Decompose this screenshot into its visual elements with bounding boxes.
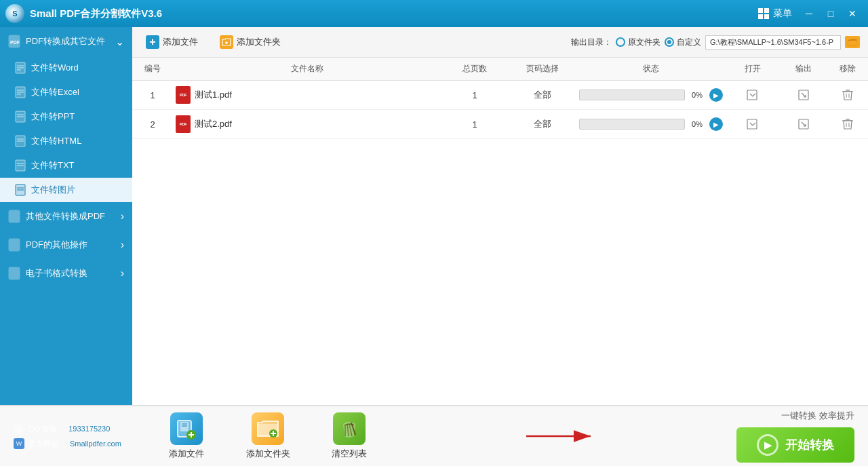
sidebar-label-pdf-to-other: PDF转换成其它文件 [26, 35, 105, 47]
cell-pages-1: 1 [441, 89, 509, 102]
start-label: 开始转换 [785, 437, 834, 453]
cell-status-1: 0% ▶ [576, 87, 726, 103]
cell-number-1: 1 [132, 89, 173, 102]
add-folder-label: 添加文件夹 [237, 36, 281, 48]
svg-rect-22 [9, 210, 20, 222]
arrow-icon [523, 423, 604, 450]
menu-button[interactable]: 菜单 [751, 5, 799, 22]
efficiency-text: 一键转换 效率提升 [781, 410, 854, 422]
progress-bar-1 [579, 90, 685, 100]
sidebar-section-pdf-to-other[interactable]: PDF PDF转换成其它文件 ⌄ [0, 27, 132, 56]
svg-rect-27 [747, 90, 757, 100]
table-header: 编号 文件名称 总页数 页码选择 状态 打开 输出 移除 [132, 58, 868, 81]
start-convert-button[interactable]: ▶ 开始转换 [736, 427, 854, 463]
col-page-select: 页码选择 [509, 62, 576, 76]
svg-rect-40 [180, 422, 189, 431]
svg-line-29 [802, 93, 806, 97]
sidebar-label-pdf-ops: PDF的其他操作 [26, 239, 87, 251]
cell-output-1 [780, 86, 827, 104]
add-folder-button[interactable]: 添加文件夹 [214, 33, 286, 52]
folder-plus-icon [222, 38, 231, 46]
progress-text-1: 0% [688, 91, 707, 99]
menu-label: 菜单 [773, 7, 792, 20]
maximize-button[interactable]: □ [821, 5, 841, 22]
add-file-button[interactable]: + 添加文件 [140, 33, 203, 52]
cell-filename-1: PDF 测试1.pdf [173, 85, 441, 105]
sidebar-item-to-html[interactable]: 文件转HTML [0, 129, 132, 153]
sidebar-section-ebook[interactable]: 电子书格式转换 › [0, 259, 132, 288]
open-file-icon-2[interactable] [745, 117, 760, 132]
sidebar-label-ebook: 电子书格式转换 [26, 267, 87, 279]
html-doc-icon [15, 135, 26, 147]
bottom-add-file-button[interactable]: 添加文件 [146, 407, 227, 465]
cell-filename-2: PDF 测试2.pdf [173, 114, 441, 134]
add-file-icon: + [146, 35, 159, 49]
cell-remove-1 [827, 86, 868, 104]
pdf-file-icon-1: PDF [176, 86, 191, 104]
output-label: 输出目录： [571, 37, 612, 48]
radio-custom[interactable] [665, 37, 674, 47]
cell-open-1 [726, 86, 780, 104]
bottom-right: 一键转换 效率提升 ▶ 开始转换 [736, 410, 854, 463]
qq-number[interactable]: 1933175230 [68, 425, 110, 433]
ebook-icon [8, 267, 20, 280]
svg-rect-33 [747, 119, 757, 129]
sidebar-item-to-image[interactable]: 文件转图片 [0, 178, 132, 202]
bottom-clear-label: 清空列表 [332, 448, 367, 460]
txt-doc-icon [15, 159, 26, 172]
menu-grid-icon [758, 8, 769, 19]
filename-text-1: 测试1.pdf [195, 89, 232, 101]
chevron-right-icon-1: › [121, 210, 124, 222]
cell-number-2: 2 [132, 118, 173, 131]
qq-icon: Q [14, 423, 24, 434]
pdf-icon: PDF [8, 35, 20, 48]
sidebar-label-to-image: 文件转图片 [31, 184, 75, 196]
table-row: 1 PDF 测试1.pdf 1 全部 0% [132, 81, 868, 110]
sidebar-section-pdf-ops[interactable]: PDF的其他操作 › [0, 231, 132, 259]
cell-pages-2: 1 [441, 118, 509, 131]
play-button-2[interactable]: ▶ [709, 117, 723, 131]
col-filename: 文件名称 [173, 62, 441, 76]
main-layout: PDF PDF转换成其它文件 ⌄ 文件转Word [0, 27, 868, 405]
svg-text:PDF: PDF [10, 40, 20, 45]
ppt-doc-icon [15, 111, 26, 123]
sidebar-label-other-to-pdf: 其他文件转换成PDF [26, 210, 105, 222]
browse-folder-icon[interactable] [845, 36, 860, 48]
website-label: 官方网址： [28, 439, 66, 449]
bottom-clear-list-button[interactable]: 清空列表 [309, 407, 390, 465]
col-output: 输出 [780, 62, 827, 76]
start-play-circle-icon: ▶ [757, 434, 778, 456]
bottom-bar: Q QQ 客服： 1933175230 W 官方网址： Smallpdfer.c… [0, 405, 868, 466]
sidebar-label-to-html: 文件转HTML [31, 135, 81, 147]
play-button-1[interactable]: ▶ [709, 88, 723, 102]
delete-file-icon-1[interactable] [840, 88, 855, 102]
sidebar-item-to-excel[interactable]: 文件转Excel [0, 80, 132, 104]
file-table: 1 PDF 测试1.pdf 1 全部 0% [132, 81, 868, 405]
bottom-add-file-icon [170, 412, 203, 445]
output-file-icon-1[interactable] [796, 88, 811, 102]
chevron-right-icon-2: › [121, 239, 124, 251]
col-number: 编号 [132, 62, 173, 76]
sidebar-label-to-word: 文件转Word [31, 62, 79, 74]
app-title: Small PDF合并分割软件V3.6 [30, 7, 751, 20]
output-file-icon-2[interactable] [796, 117, 811, 132]
bottom-add-folder-button[interactable]: 添加文件夹 [227, 407, 309, 465]
sidebar-label-to-ppt: 文件转PPT [31, 111, 75, 123]
qq-label: QQ 客服： [28, 424, 64, 434]
cell-page-select-2: 全部 [509, 117, 576, 132]
sidebar-section-other-to-pdf[interactable]: 其他文件转换成PDF › [0, 202, 132, 231]
radio-custom-group: 自定义 [665, 37, 701, 48]
sidebar-item-to-txt[interactable]: 文件转TXT [0, 153, 132, 178]
close-button[interactable]: ✕ [842, 5, 863, 22]
sidebar-item-to-ppt[interactable]: 文件转PPT [0, 104, 132, 129]
radio-original[interactable] [616, 37, 625, 47]
radio-original-group: 原文件夹 [616, 37, 660, 48]
progress-text-2: 0% [688, 120, 707, 128]
sidebar-item-to-word[interactable]: 文件转Word [0, 56, 132, 80]
website-icon: W [14, 438, 24, 449]
open-file-icon-1[interactable] [745, 88, 760, 102]
minimize-button[interactable]: ─ [799, 5, 819, 22]
delete-file-icon-2[interactable] [840, 117, 855, 132]
website-url[interactable]: Smallpdfer.com [70, 440, 121, 448]
bottom-clear-list-icon [333, 412, 366, 445]
